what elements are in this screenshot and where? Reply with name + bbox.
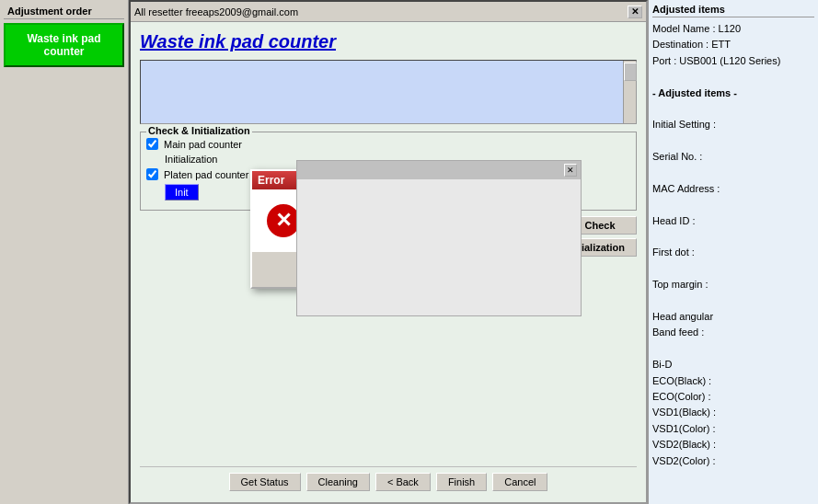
right-sidebar-item: VSD1(Black) : xyxy=(652,405,814,420)
right-sidebar-item: Top margin : xyxy=(652,277,814,292)
right-sidebar-item: Bi-D xyxy=(652,357,814,372)
error-icon: ✕ xyxy=(267,204,300,237)
init-label-main: Initialization xyxy=(165,154,217,165)
content-area: Waste ink pad counter Check & Initializa… xyxy=(131,22,646,502)
left-sidebar: Adjustment order Waste ink pad counter xyxy=(0,0,129,504)
right-sidebar-item: VSD2(Black) : xyxy=(652,437,814,452)
platen-pad-checkbox[interactable] xyxy=(146,168,158,180)
platen-pad-label: Platen pad counter xyxy=(164,169,248,180)
right-sidebar-item xyxy=(652,133,814,149)
left-sidebar-title: Adjustment order xyxy=(4,4,124,19)
main-pad-row: Main pad counter xyxy=(146,138,630,150)
shadow-close-icon: ✕ xyxy=(564,164,577,177)
right-sidebar-item: VSD1(Color) : xyxy=(652,421,814,437)
right-sidebar-item xyxy=(652,101,814,117)
window-titlebar: All resetter freeaps2009@gmail.com ✕ xyxy=(131,2,646,22)
scrollbar-right[interactable] xyxy=(623,61,636,123)
window-close-button[interactable]: ✕ xyxy=(628,6,642,18)
right-sidebar-item xyxy=(652,341,814,357)
main-pad-checkbox[interactable] xyxy=(146,138,158,150)
window-title: All resetter freeaps2009@gmail.com xyxy=(134,6,298,17)
right-sidebar-item: Port : USB001 (L120 Series) xyxy=(652,53,814,69)
right-sidebar-item: Band feed : xyxy=(652,325,814,340)
right-sidebar: Adjusted items Model Name : L120Destinat… xyxy=(648,0,818,504)
right-sidebar-item xyxy=(652,166,814,181)
check-init-label: Check & Initialization xyxy=(146,125,252,136)
right-sidebar-item xyxy=(652,197,814,212)
sidebar-item-waste-ink[interactable]: Waste ink pad counter xyxy=(4,23,124,67)
right-sidebar-title: Adjusted items xyxy=(652,4,814,17)
cancel-button[interactable]: Cancel xyxy=(492,473,547,491)
get-status-button[interactable]: Get Status xyxy=(229,473,301,491)
right-sidebar-item xyxy=(652,229,814,245)
right-sidebar-item xyxy=(652,293,814,309)
text-display-area xyxy=(140,60,637,124)
right-sidebar-item: ECO(Color) : xyxy=(652,389,814,405)
page-title: Waste ink pad counter xyxy=(140,31,637,52)
right-sidebar-item: Model Name : L120 xyxy=(652,21,814,37)
center-area: All resetter freeaps2009@gmail.com ✕ Was… xyxy=(129,0,648,504)
right-sidebar-item: Head angular xyxy=(652,309,814,325)
scrollbar-thumb xyxy=(624,63,637,81)
right-sidebar-item xyxy=(652,69,814,85)
right-sidebar-item: Serial No. : xyxy=(652,149,814,165)
right-sidebar-item xyxy=(652,261,814,277)
right-sidebar-item: Head ID : xyxy=(652,213,814,229)
cleaning-button[interactable]: Cleaning xyxy=(306,473,370,491)
right-sidebar-item: VSD2(Color) : xyxy=(652,453,814,469)
shadow-dialog: ✕ xyxy=(296,160,582,316)
finish-button[interactable]: Finish xyxy=(436,473,487,491)
right-sidebar-item: MAC Address : xyxy=(652,181,814,197)
right-sidebar-item: Initial Setting : xyxy=(652,117,814,132)
main-pad-label: Main pad counter xyxy=(164,139,242,150)
nav-row: Get Status Cleaning < Back Finish Cancel xyxy=(140,466,637,493)
right-sidebar-item: - Adjusted items - xyxy=(652,86,814,101)
back-button[interactable]: < Back xyxy=(375,473,431,491)
shadow-titlebar: ✕ xyxy=(297,161,581,179)
right-sidebar-item: ECO(Black) : xyxy=(652,373,814,389)
dialog-title: Error xyxy=(258,174,284,187)
right-sidebar-item: First dot : xyxy=(652,245,814,260)
right-sidebar-item: Destination : ETT xyxy=(652,37,814,52)
platen-init-button[interactable]: Init xyxy=(165,184,199,200)
